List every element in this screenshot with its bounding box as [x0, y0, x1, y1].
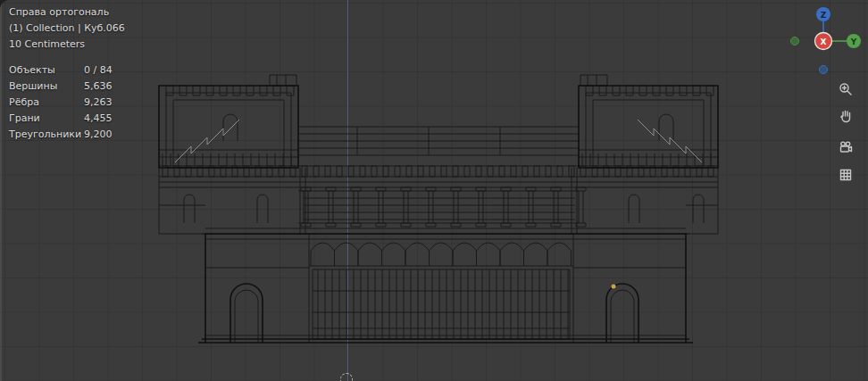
- pan-button[interactable]: [836, 107, 855, 127]
- stats-row-objects: Объекты 0 / 84: [9, 62, 113, 79]
- view-name-label: Справа ортогональ: [9, 4, 125, 21]
- 3d-cursor: [340, 373, 353, 381]
- scene-stats-overlay: Объекты 0 / 84 Вершины 5,636 Рёбра 9,263…: [9, 62, 113, 143]
- pan-hand-icon: [839, 109, 853, 123]
- scale-label: 10 Centimeters: [9, 37, 125, 53]
- navigation-axis-gizmo[interactable]: Z X Y: [777, 0, 868, 85]
- gizmo-neg-y-dot[interactable]: [791, 37, 799, 46]
- grid-ortho-icon: [839, 168, 853, 182]
- gizmo-neg-z-dot[interactable]: [820, 66, 828, 74]
- stats-row-triangles: Треугольники 9,200: [9, 127, 113, 143]
- gizmo-x-label: X: [821, 37, 827, 46]
- stat-value: 4,455: [84, 111, 113, 127]
- stat-value: 0 / 84: [84, 62, 113, 79]
- stat-label: Вершины: [9, 79, 84, 95]
- camera-view-icon: [839, 140, 853, 154]
- viewport-left-edge: [0, 0, 2, 381]
- toggle-grid-button[interactable]: [836, 166, 855, 186]
- stat-label: Грани: [9, 111, 84, 127]
- wireframe-castle-model[interactable]: [0, 0, 868, 381]
- blender-viewport-screenshot: { "viewport_header": { "view_name": "Спр…: [0, 0, 868, 381]
- stat-value: 5,636: [84, 79, 113, 95]
- viewport-rounded-corner: [0, 0, 9, 9]
- stats-row-vertices: Вершины 5,636: [9, 79, 113, 95]
- stat-label: Объекты: [9, 62, 84, 79]
- viewport-info-overlay: Справа ортогональ (1) Collection | Куб.0…: [9, 4, 125, 53]
- stat-value: 9,200: [84, 127, 113, 143]
- stat-value: 9,263: [84, 95, 113, 111]
- stats-row-edges: Рёбра 9,263: [9, 95, 113, 111]
- stat-label: Треугольники: [9, 127, 84, 143]
- gizmo-z-label: Z: [821, 11, 827, 20]
- object-origin-dot: [612, 285, 616, 289]
- zoom-icon: [839, 82, 853, 96]
- camera-view-button[interactable]: [836, 138, 855, 158]
- 3d-viewport[interactable]: Справа ортогональ (1) Collection | Куб.0…: [0, 0, 868, 381]
- stat-label: Рёбра: [9, 95, 84, 111]
- zoom-button[interactable]: [836, 80, 855, 100]
- gizmo-y-label: Y: [850, 37, 857, 46]
- collection-label: (1) Collection | Куб.066: [9, 21, 125, 37]
- stats-row-faces: Грани 4,455: [9, 111, 113, 127]
